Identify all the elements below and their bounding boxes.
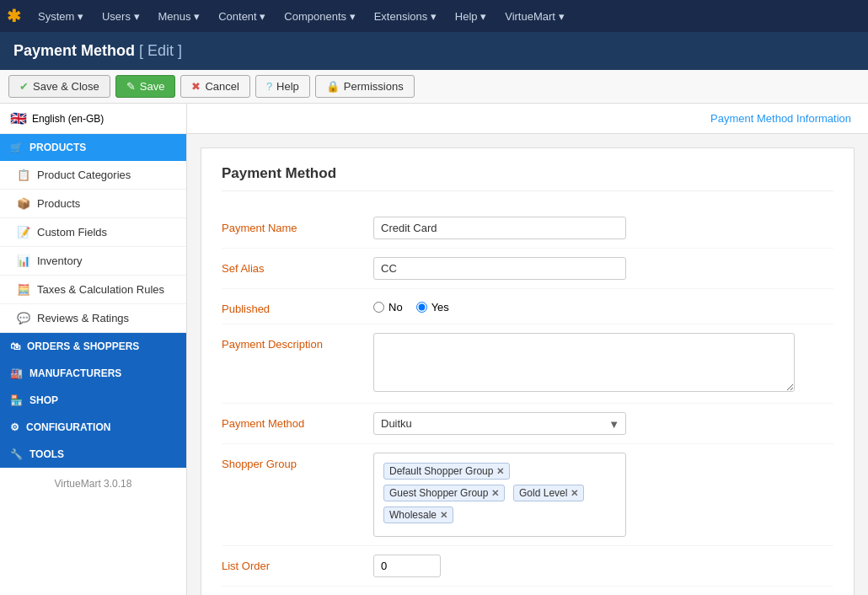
- edit-mode-label: [ Edit ]: [139, 42, 182, 59]
- check-icon: ✔: [19, 80, 29, 93]
- sidebar-item-inventory[interactable]: 📊 Inventory: [0, 247, 186, 276]
- tag-default-remove[interactable]: ✕: [496, 466, 504, 477]
- save-close-button[interactable]: ✔ Save & Close: [8, 75, 110, 98]
- manufacturers-label: MANUFACTURERS: [29, 367, 121, 379]
- page-title: Payment Method: [13, 42, 135, 59]
- help-menu[interactable]: Help ▾: [447, 5, 495, 28]
- payment-method-row: Payment Method Duitku PayPal Stripe Bank…: [222, 404, 833, 444]
- content-area: Payment Method Information Payment Metho…: [187, 104, 868, 595]
- payment-name-row: Payment Name: [222, 208, 833, 249]
- product-categories-icon: 📋: [17, 169, 30, 181]
- tools-label: TOOLS: [29, 448, 64, 460]
- tag-wholesale-label: Wholesale: [389, 509, 437, 521]
- tag-gold-label: Gold Level: [519, 487, 567, 499]
- tag-gold-remove[interactable]: ✕: [571, 488, 578, 499]
- save-icon: ✎: [126, 80, 136, 93]
- configuration-icon: ⚙: [10, 421, 19, 433]
- payment-method-label: Payment Method: [222, 412, 373, 430]
- users-menu[interactable]: Users ▾: [94, 5, 148, 28]
- payment-name-label: Payment Name: [222, 217, 373, 234]
- published-yes-option[interactable]: Yes: [416, 301, 449, 314]
- payment-description-row: Payment Description: [222, 324, 833, 404]
- published-radio-group: No Yes: [373, 298, 833, 314]
- tag-default-shopper-group: Default Shopper Group ✕: [383, 463, 510, 480]
- reviews-icon: 💬: [17, 312, 30, 324]
- language-selector[interactable]: 🇬🇧 English (en-GB): [0, 104, 186, 134]
- payment-name-input[interactable]: [373, 217, 626, 239]
- sef-alias-input[interactable]: [373, 257, 626, 280]
- permissions-button[interactable]: 🔒 Permissions: [315, 75, 415, 98]
- payment-description-textarea[interactable]: [373, 333, 795, 392]
- list-order-input[interactable]: [373, 555, 441, 577]
- title-bar: Payment Method [ Edit ]: [0, 32, 868, 70]
- cancel-icon: ✖: [191, 80, 201, 93]
- sef-alias-control: [373, 257, 833, 280]
- top-navigation: ✱ System ▾ Users ▾ Menus ▾ Content ▾ Com…: [0, 0, 868, 32]
- save-button[interactable]: ✎ Save: [115, 75, 176, 98]
- configuration-label: CONFIGURATION: [26, 421, 110, 433]
- form-panel: Payment Method Payment Name Sef Alias Pu…: [201, 147, 855, 595]
- published-yes-label: Yes: [431, 301, 449, 314]
- shop-section[interactable]: 🏪 SHOP: [0, 387, 186, 414]
- published-control: No Yes: [373, 298, 833, 314]
- published-no-radio[interactable]: [373, 302, 384, 313]
- published-row: Published No Yes: [222, 289, 833, 324]
- orders-section[interactable]: 🛍 ORDERS & SHOPPERS: [0, 333, 186, 360]
- shopper-group-control: Default Shopper Group ✕ Guest Shopper Gr…: [373, 453, 833, 537]
- sidebar-item-products[interactable]: 📦 Products: [0, 190, 186, 218]
- form-panel-title: Payment Method: [222, 165, 833, 191]
- main-layout: 🇬🇧 English (en-GB) 🛒 PRODUCTS 📋 Product …: [0, 104, 868, 595]
- list-order-control: [373, 555, 833, 577]
- products-section[interactable]: 🛒 PRODUCTS: [0, 134, 186, 161]
- tag-wholesale-remove[interactable]: ✕: [440, 510, 447, 521]
- products-icon: 📦: [17, 197, 30, 210]
- content-menu[interactable]: Content ▾: [210, 5, 274, 28]
- tag-default-label: Default Shopper Group: [389, 465, 493, 477]
- menus-menu[interactable]: Menus ▾: [150, 5, 209, 28]
- shop-label: SHOP: [29, 394, 58, 406]
- cancel-button[interactable]: ✖ Cancel: [180, 75, 249, 98]
- system-menu[interactable]: System ▾: [29, 5, 92, 28]
- list-order-row: List Order: [222, 546, 833, 587]
- payment-method-control: Duitku PayPal Stripe Bank Transfer ▼: [373, 412, 833, 435]
- help-button[interactable]: ? Help: [255, 75, 310, 98]
- flag-icon: 🇬🇧: [10, 110, 27, 126]
- published-no-label: No: [388, 301, 403, 314]
- manufacturers-section[interactable]: 🏭 MANUFACTURERS: [0, 360, 186, 387]
- extensions-menu[interactable]: Extensions ▾: [366, 5, 445, 28]
- published-no-option[interactable]: No: [373, 301, 403, 314]
- published-yes-radio[interactable]: [416, 302, 427, 313]
- payment-method-select[interactable]: Duitku PayPal Stripe Bank Transfer: [373, 412, 626, 435]
- tools-section[interactable]: 🔧 TOOLS: [0, 441, 186, 468]
- breadcrumb-link[interactable]: Payment Method Information: [710, 112, 851, 125]
- payment-description-label: Payment Description: [222, 333, 373, 351]
- payment-description-control: [373, 333, 833, 394]
- sef-alias-label: Sef Alias: [222, 257, 373, 275]
- published-label: Published: [222, 298, 373, 315]
- orders-section-icon: 🛍: [10, 340, 20, 352]
- sidebar-item-product-categories[interactable]: 📋 Product Categories: [0, 161, 186, 190]
- configuration-section[interactable]: ⚙ CONFIGURATION: [0, 414, 186, 441]
- tag-gold-level: Gold Level ✕: [513, 485, 584, 501]
- help-icon: ?: [266, 80, 272, 93]
- sidebar-item-taxes[interactable]: 🧮 Taxes & Calculation Rules: [0, 276, 186, 304]
- shop-icon: 🏪: [10, 394, 23, 406]
- tag-wholesale: Wholesale ✕: [383, 507, 453, 523]
- virtuemart-menu[interactable]: VirtueMart ▾: [496, 5, 572, 28]
- content-breadcrumb: Payment Method Information: [187, 104, 868, 134]
- tools-icon: 🔧: [10, 448, 23, 460]
- payment-name-control: [373, 217, 833, 239]
- sidebar-item-reviews[interactable]: 💬 Reviews & Ratings: [0, 304, 186, 333]
- list-order-label: List Order: [222, 555, 373, 572]
- sidebar-item-custom-fields[interactable]: 📝 Custom Fields: [0, 218, 186, 247]
- tag-guest-shopper-group: Guest Shopper Group ✕: [383, 485, 505, 501]
- shopper-group-tags[interactable]: Default Shopper Group ✕ Guest Shopper Gr…: [373, 453, 626, 537]
- inventory-icon: 📊: [17, 255, 30, 267]
- sef-alias-row: Sef Alias: [222, 249, 833, 289]
- products-section-icon: 🛒: [10, 142, 23, 153]
- components-menu[interactable]: Components ▾: [276, 5, 363, 28]
- tag-guest-remove[interactable]: ✕: [491, 488, 499, 499]
- products-section-label: PRODUCTS: [29, 142, 86, 153]
- lock-icon: 🔒: [326, 80, 340, 93]
- toolbar: ✔ Save & Close ✎ Save ✖ Cancel ? Help 🔒 …: [0, 70, 868, 104]
